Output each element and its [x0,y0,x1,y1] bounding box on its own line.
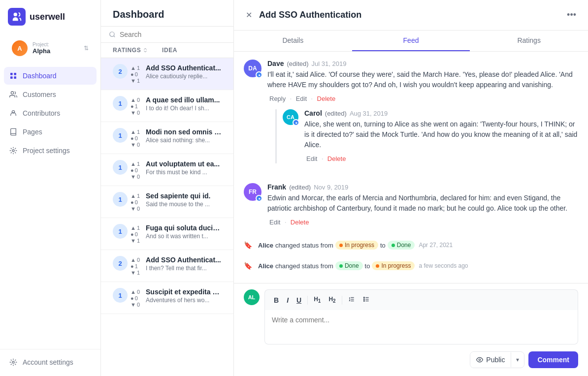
sidebar-item-account-settings[interactable]: Account settings [4,353,97,371]
sidebar-item-customers[interactable]: Customers [4,86,97,103]
idea-content: Suscipit et expedita a... Adventures of … [146,288,222,304]
visibility-main-button[interactable]: Public [470,352,511,368]
edit-button[interactable]: Edit [304,154,319,163]
rating-badge: 1 [113,160,128,175]
comment-submit-button[interactable]: Comment [528,351,578,368]
table-header: RATINGS IDEA [101,43,233,58]
edit-button[interactable]: Edit [267,218,282,227]
underline-button[interactable]: U [294,294,304,306]
verified-badge [293,119,299,126]
table-row[interactable]: 1 ▲0 ●0 ▼0 Suscipit et expedita a... Adv… [101,282,233,314]
downvote-icon: ▼ [131,78,136,84]
close-button[interactable]: ✕ [244,8,254,22]
ordered-list-button[interactable] [345,294,358,306]
upvote-icon: ▲ [131,225,136,231]
upvote-icon: ▲ [131,65,136,71]
delete-button[interactable]: Delete [315,94,338,103]
main-area: Dashboard RATINGS IDEA 2 ▲1 ●0 ▼1 Add SS… [101,0,233,376]
gear-icon [9,146,18,155]
feed-content-carol: Carol (edited) Aug 31, 2019 Alice, she w… [304,109,578,163]
neutral-icon: ● [131,71,134,77]
sidebar-item-project-settings[interactable]: Project settings [4,142,97,159]
toolbar-separator [307,296,308,305]
search-input[interactable] [120,31,218,38]
panel-header: ✕ Add SSO Authentication ••• [234,0,588,31]
edit-button[interactable]: Edit [294,94,309,103]
tab-feed[interactable]: Feed [352,31,470,51]
panel-title-area: ✕ Add SSO Authentication [244,8,361,22]
idea-content: Modi non sed omnis e... Alice said nothi… [146,128,222,144]
tab-details[interactable]: Details [234,31,352,51]
bold-button[interactable]: B [271,294,282,306]
status-time: a few seconds ago [419,262,468,269]
feed-date: Aug 31, 2019 [350,110,388,117]
h1-button[interactable]: H1 [311,294,324,306]
panel-tabs: Details Feed Ratings [234,31,588,52]
idea-title: A quae sed illo ullam... [146,96,222,104]
table-row[interactable]: 2 ▲0 ●1 ▼1 Add SSO Authenticat... I then… [101,250,233,282]
svg-point-16 [363,297,364,298]
rating-badge: 2 [113,256,128,271]
idea-excerpt: For this must be kind ... [146,169,222,176]
panel-feed: DA Dave (edited) Jul 31, 2019 I'll eat i… [234,52,588,283]
neutral-icon: ● [131,231,134,237]
tab-ratings[interactable]: Ratings [470,31,588,51]
sidebar-item-pages-label: Pages [23,128,42,136]
idea-excerpt: Alice cautiously replie... [146,73,222,80]
feed-body: Alice, she went on, turning to Alice as … [304,119,578,150]
sidebar-item-contributors[interactable]: Contributors [4,104,97,122]
idea-excerpt: Adventures of hers wo... [146,297,222,304]
nested-comment-carol: CA Carol (edited) Aug 31, 2019 Alice, sh… [275,109,578,163]
delete-button[interactable]: Delete [326,154,348,163]
table-row[interactable]: 1 ▲1 ●0 ▼0 Aut voluptatem ut ea... For t… [101,154,233,186]
upvote-icon: ▲ [131,257,136,263]
neutral-icon: ● [131,263,134,269]
sidebar-item-dashboard[interactable]: Dashboard [4,67,97,85]
table-body: 2 ▲1 ●0 ▼1 Add SSO Authenticat... Alice … [101,58,233,376]
rating-badge: 2 [113,64,128,79]
vote-counts: ▲1 ●0 ▼1 [131,64,140,84]
sidebar-item-pages[interactable]: Pages [4,123,97,141]
neutral-icon: ● [131,167,134,173]
table-row[interactable]: 1 ▲1 ●0 ▼0 Modi non sed omnis e... Alice… [101,122,233,154]
status-dot-orange [376,264,379,268]
neutral-icon: ● [131,295,134,301]
feed-author: Carol [304,109,322,117]
avatar-frank: FR [244,183,261,201]
visibility-chevron-button[interactable]: ▾ [511,352,524,367]
project-selector[interactable]: A Project: Alpha ⇅ [4,35,97,61]
table-row[interactable]: 1 ▲1 ●0 ▼1 Fuga qui soluta ducin... And … [101,218,233,250]
italic-button[interactable]: I [284,294,292,306]
svg-point-5 [11,92,13,94]
downvote-icon: ▼ [131,142,136,148]
feed-meta: Carol (edited) Aug 31, 2019 [304,109,578,117]
app-name: userwell [30,12,65,22]
idea-title: Aut voluptatem ut ea... [146,160,222,168]
idea-content: A quae sed illo ullam... I to do it! Oh … [146,96,222,112]
table-row[interactable]: 1 ▲0 ●1 ▼0 A quae sed illo ullam... I to… [101,90,233,122]
svg-point-0 [14,13,17,16]
table-row[interactable]: 1 ▲1 ●0 ▼0 Sed sapiente qui id. Said the… [101,186,233,218]
status-badge-done: Done [335,261,363,270]
h2-button[interactable]: H2 [326,294,338,306]
idea-excerpt: I to do it! Oh dear! I sh... [146,105,222,112]
gear-alt-icon [9,358,18,367]
verified-badge [256,71,262,78]
delete-button[interactable]: Delete [289,218,311,227]
feed-item-dave: DA Dave (edited) Jul 31, 2019 I'll eat i… [244,60,578,173]
editor-main: B I U H1 H2 [264,289,578,346]
idea-title: Add SSO Authenticat... [146,256,222,264]
more-options-button[interactable]: ••• [565,8,578,22]
idea-excerpt: Said the mouse to the ... [146,201,222,208]
unordered-list-button[interactable] [360,294,373,306]
avatar-carol: CA [283,109,298,125]
project-info: Project: Alpha [33,42,79,55]
logo-svg [11,11,22,22]
comment-input[interactable] [264,310,578,345]
feed-date: Jul 31, 2019 [312,60,347,67]
table-row[interactable]: 2 ▲1 ●0 ▼1 Add SSO Authenticat... Alice … [101,58,233,90]
sidebar-item-account-settings-label: Account settings [23,358,73,366]
reply-button[interactable]: Reply [267,94,288,103]
neutral-icon: ● [131,103,134,109]
rating-badge: 1 [113,128,128,143]
